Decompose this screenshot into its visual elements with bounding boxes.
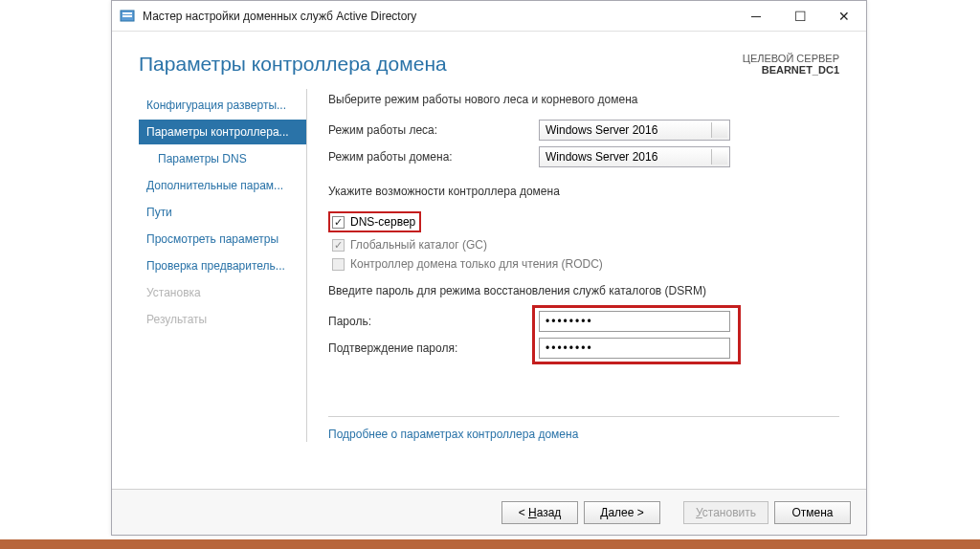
page-title: Параметры контроллера домена [139,53,743,76]
forest-level-label: Режим работы леса: [328,123,539,137]
target-server-label: ЦЕЛЕВОЙ СЕРВЕР [743,53,839,64]
dns-server-label: DNS-сервер [350,215,415,229]
sidebar-item-dc-options[interactable]: Параметры контроллера... [139,120,306,144]
sidebar-item-review[interactable]: Просмотреть параметры [139,227,306,252]
wizard-window: Мастер настройки доменных служб Active D… [111,0,867,536]
sidebar-item-deployment-config[interactable]: Конфигурация разверты... [139,93,306,118]
forest-level-select[interactable]: Windows Server 2016 [539,120,730,141]
rodc-checkbox-row: Контроллер домена только для чтения (ROD… [328,257,839,271]
page-header: Параметры контроллера домена ЦЕЛЕВОЙ СЕР… [112,32,866,89]
gc-checkbox-row: Глобальный каталог (GC) [328,238,839,252]
global-catalog-label: Глобальный каталог (GC) [350,238,487,252]
dsrm-section: Введите пароль для режима восстановления… [328,284,839,359]
capabilities-heading: Укажите возможности контроллера домена [328,185,839,198]
back-button[interactable]: < Назад [501,501,578,524]
highlight-dns-checkbox: DNS-сервер [328,211,421,232]
sidebar-item-results: Результаты [139,307,306,332]
maximize-button[interactable]: ☐ [778,1,822,32]
domain-level-label: Режим работы домена: [328,150,539,164]
sidebar-item-dns-options[interactable]: Параметры DNS [139,146,306,171]
target-server-info: ЦЕЛЕВОЙ СЕРВЕР BEARNET_DC1 [743,53,839,76]
password-label: Пароль: [328,315,539,328]
titlebar: Мастер настройки доменных служб Active D… [112,1,866,32]
confirm-password-label: Подтверждение пароля: [328,341,539,355]
sidebar-nav: Конфигурация разверты... Параметры контр… [139,89,306,442]
sidebar-item-additional-options[interactable]: Дополнительные парам... [139,173,306,198]
chevron-down-icon [716,128,724,132]
domain-level-select[interactable]: Windows Server 2016 [539,146,730,167]
domain-level-value: Windows Server 2016 [546,150,657,164]
close-button[interactable]: ✕ [822,1,866,32]
svg-rect-2 [122,15,132,17]
install-button: Установить [683,501,768,524]
functional-level-heading: Выберите режим работы нового леса и корн… [328,93,839,106]
dsrm-heading: Введите пароль для режима восстановления… [328,284,839,297]
minimize-button[interactable]: ─ [734,1,778,32]
target-server-name: BEARNET_DC1 [743,64,839,76]
forest-level-row: Режим работы леса: Windows Server 2016 [328,120,839,141]
content-panel: Выберите режим работы нового леса и корн… [306,89,839,442]
sidebar-item-installation: Установка [139,280,306,305]
next-button[interactable]: Далее > [584,501,660,524]
chevron-down-icon [716,155,724,159]
dns-server-checkbox[interactable] [332,216,345,229]
sidebar-item-prereq-check[interactable]: Проверка предваритель... [139,253,306,278]
body: Конфигурация разверты... Параметры контр… [112,89,866,442]
svg-rect-1 [122,12,132,14]
window-controls: ─ ☐ ✕ [734,1,866,31]
cancel-button[interactable]: Отмена [774,501,851,524]
rodc-label: Контроллер домена только для чтения (ROD… [350,257,603,271]
highlight-password-fields [532,305,741,364]
sidebar-item-paths[interactable]: Пути [139,200,306,225]
footer-buttons: < Назад Далее > Установить Отмена [112,489,866,535]
forest-level-value: Windows Server 2016 [546,123,657,137]
global-catalog-checkbox [332,239,345,252]
app-icon [120,9,135,24]
divider [328,416,839,417]
domain-level-row: Режим работы домена: Windows Server 2016 [328,146,839,167]
rodc-checkbox [332,258,345,271]
window-title: Мастер настройки доменных служб Active D… [143,10,734,23]
more-info-link[interactable]: Подробнее о параметрах контроллера домен… [328,428,578,441]
